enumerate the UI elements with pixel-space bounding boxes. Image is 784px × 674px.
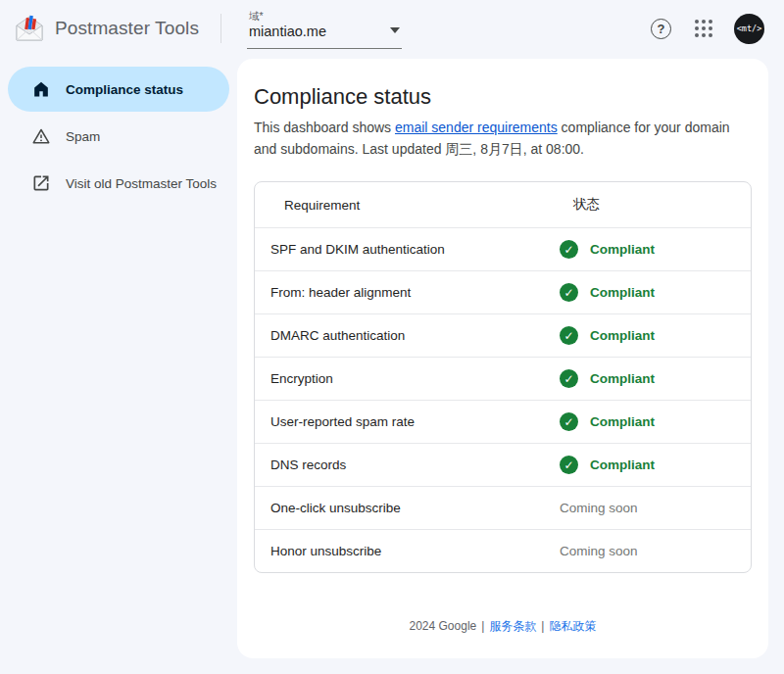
table-row: User-reported spam rate✓Compliant (255, 400, 751, 443)
sidebar-item-compliance-status[interactable]: Compliance status (8, 67, 229, 112)
sidebar-item-label: Spam (66, 129, 100, 144)
terms-of-service-link[interactable]: 服务条款 (489, 619, 536, 633)
sidebar-item-spam[interactable]: Spam (8, 114, 229, 159)
status-compliant-label: Compliant (590, 242, 655, 257)
sidebar-nav: Compliance status Spam Visit old Postmas… (0, 57, 237, 674)
status-coming-soon-label: Coming soon (560, 501, 638, 515)
table-row: From: header alignment✓Compliant (255, 270, 751, 313)
help-icon: ? (651, 19, 671, 39)
column-header-requirement: Requirement (269, 198, 573, 213)
check-circle-icon: ✓ (560, 412, 578, 431)
warning-icon (31, 126, 51, 146)
status-cell: ✓Compliant (560, 369, 751, 388)
check-circle-icon: ✓ (560, 456, 578, 474)
check-circle-icon: ✓ (560, 369, 578, 388)
postmaster-logo-icon (14, 14, 45, 43)
requirement-cell: From: header alignment (255, 285, 560, 300)
table-row: SPF and DKIM authentication✓Compliant (255, 227, 751, 270)
table-header-row: Requirement 状态 (255, 182, 751, 227)
email-sender-requirements-link[interactable]: email sender requirements (395, 120, 558, 135)
app-title: Postmaster Tools (55, 18, 199, 39)
page-description: This dashboard shows email sender requir… (254, 118, 752, 160)
requirement-cell: Encryption (255, 371, 560, 386)
requirement-cell: DNS records (255, 457, 560, 472)
footer-separator: | (541, 619, 544, 633)
status-compliant-label: Compliant (590, 457, 655, 472)
requirement-cell: DMARC authentication (255, 328, 560, 343)
table-row: One-click unsubscribeComing soon (255, 486, 751, 529)
chevron-down-icon (390, 27, 400, 33)
domain-selected-value: miantiao.me (249, 23, 326, 40)
sidebar-item-label: Compliance status (66, 82, 183, 97)
top-app-bar: Postmaster Tools 域* miantiao.me ? <mt/> (0, 0, 784, 57)
check-circle-icon: ✓ (560, 283, 578, 302)
requirement-cell: User-reported spam rate (255, 414, 560, 429)
status-cell: ✓Compliant (560, 412, 751, 431)
table-row: Honor unsubscribeComing soon (255, 529, 751, 572)
status-cell: ✓Compliant (560, 326, 751, 345)
requirement-cell: Honor unsubscribe (255, 544, 560, 558)
check-circle-icon: ✓ (560, 326, 578, 345)
apps-grid-icon (695, 20, 712, 37)
open-in-new-icon (31, 173, 51, 193)
table-row: DMARC authentication✓Compliant (255, 313, 751, 357)
app-logo-wrap[interactable]: Postmaster Tools (14, 14, 199, 43)
header-divider (220, 14, 221, 43)
status-cell: ✓Compliant (560, 240, 751, 259)
main-content-card: Compliance status This dashboard shows e… (237, 59, 768, 658)
page-footer: 2024 Google|服务条款|隐私政策 (254, 604, 752, 641)
home-icon (31, 79, 51, 99)
check-circle-icon: ✓ (560, 240, 578, 259)
column-header-status: 状态 (573, 196, 731, 214)
account-avatar[interactable]: <mt/> (734, 14, 764, 44)
status-compliant-label: Compliant (590, 285, 655, 300)
status-cell: Coming soon (560, 501, 751, 515)
sidebar-item-label: Visit old Postmaster Tools (66, 176, 217, 191)
requirement-cell: SPF and DKIM authentication (255, 242, 560, 257)
status-cell: Coming soon (560, 544, 751, 558)
requirement-cell: One-click unsubscribe (255, 501, 560, 515)
status-compliant-label: Compliant (590, 414, 655, 429)
status-coming-soon-label: Coming soon (560, 544, 638, 558)
table-row: DNS records✓Compliant (255, 443, 751, 486)
privacy-policy-link[interactable]: 隐私政策 (549, 619, 596, 633)
sidebar-item-visit-old-postmaster[interactable]: Visit old Postmaster Tools (8, 161, 229, 206)
domain-field-label: 域* (249, 10, 326, 23)
footer-copyright: 2024 Google (410, 619, 477, 633)
footer-separator: | (481, 619, 484, 633)
description-prefix: This dashboard shows (254, 120, 395, 135)
status-cell: ✓Compliant (560, 283, 751, 302)
help-button[interactable]: ? (649, 17, 673, 41)
compliance-table: Requirement 状态 SPF and DKIM authenticati… (254, 181, 752, 573)
status-compliant-label: Compliant (590, 371, 655, 386)
status-cell: ✓Compliant (560, 456, 751, 474)
google-apps-button[interactable] (693, 18, 714, 39)
page-title: Compliance status (254, 84, 752, 110)
status-compliant-label: Compliant (590, 328, 655, 343)
domain-selector-dropdown[interactable]: 域* miantiao.me (247, 8, 402, 49)
table-row: Encryption✓Compliant (255, 357, 751, 400)
